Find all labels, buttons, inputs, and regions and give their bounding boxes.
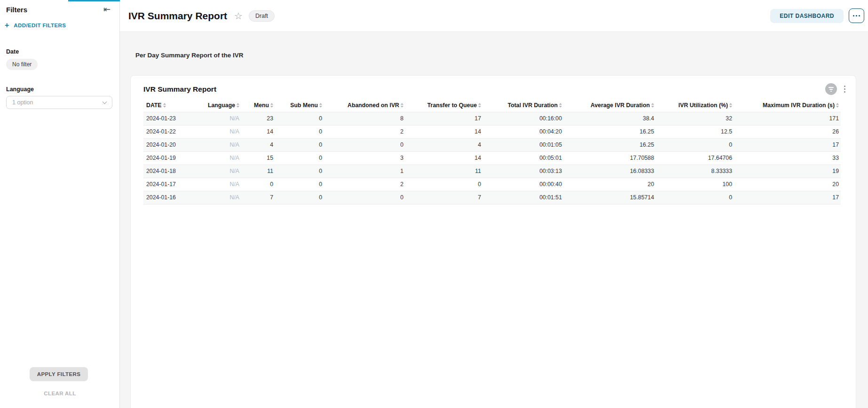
report-table: DATELanguageMenuSub MenuAbandoned on IVR… [143, 99, 841, 204]
cell: 00:03:13 [483, 165, 564, 178]
edit-dashboard-button[interactable]: EDIT DASHBOARD [770, 9, 844, 23]
sort-icon [401, 103, 403, 108]
cell: 11 [405, 165, 483, 178]
cell: 3 [324, 151, 405, 165]
column-header-sub-menu[interactable]: Sub Menu [275, 99, 324, 112]
cell: 00:01:51 [483, 191, 564, 204]
cell: 0 [324, 191, 405, 204]
cell: 19 [734, 165, 841, 178]
cell: 16.08333 [564, 165, 656, 178]
cell: 15.85714 [564, 191, 656, 204]
cell: 15 [241, 151, 275, 165]
sort-icon [478, 103, 481, 108]
cell: N/A [184, 191, 241, 204]
table-row: 2024-01-18N/A11011100:03:1316.083338.333… [143, 165, 841, 178]
column-header-menu[interactable]: Menu [241, 99, 275, 112]
status-badge: Draft [249, 10, 275, 22]
cell: 00:00:40 [483, 178, 564, 191]
column-header-label: Maximum IVR Duration (s) [763, 102, 835, 109]
add-edit-filters-button[interactable]: + ADD/EDIT FILTERS [5, 22, 66, 29]
language-select[interactable]: 1 option [6, 96, 112, 109]
cell: 00:05:01 [483, 151, 564, 165]
plus-icon: + [5, 22, 9, 29]
cell: 14 [405, 151, 483, 165]
column-header-maximum-ivr-duration-s[interactable]: Maximum IVR Duration (s) [734, 99, 841, 112]
dashboard-description: Per Day Summary Report of the IVR [135, 52, 244, 59]
column-header-abandoned-on-ivr[interactable]: Abandoned on IVR [324, 99, 405, 112]
sort-icon [163, 103, 166, 108]
sort-icon [237, 103, 239, 108]
cell: 12.5 [656, 125, 734, 138]
cell: 0 [324, 138, 405, 151]
cell: 0 [275, 191, 324, 204]
cell: 2 [324, 178, 405, 191]
column-header-label: Abandoned on IVR [347, 102, 399, 109]
cell: N/A [184, 165, 241, 178]
cell: 4 [241, 138, 275, 151]
cell: 0 [656, 191, 734, 204]
cell: 0 [241, 178, 275, 191]
cell: 17 [405, 112, 483, 125]
cell: 26 [734, 125, 841, 138]
column-header-average-ivr-duration[interactable]: Average IVR Duration [564, 99, 656, 112]
cell: 20 [734, 178, 841, 191]
cell: 100 [656, 178, 734, 191]
sort-icon [729, 103, 732, 108]
cell: 7 [241, 191, 275, 204]
filters-panel-title: Filters [6, 6, 27, 14]
favorite-star-icon[interactable]: ☆ [234, 11, 243, 21]
column-header-label: Total IVR Duration [508, 102, 558, 109]
cell: 17.64706 [656, 151, 734, 165]
column-header-transfer-to-queue[interactable]: Transfer to Queue [405, 99, 483, 112]
page-title: IVR Summary Report [128, 10, 227, 22]
accent-top-bar [68, 0, 120, 1]
cell: N/A [184, 178, 241, 191]
more-options-button[interactable] [849, 8, 864, 23]
cell: N/A [184, 151, 241, 165]
column-header-language[interactable]: Language [184, 99, 241, 112]
clear-all-button[interactable]: CLEAR ALL [0, 391, 120, 396]
cell-date: 2024-01-23 [143, 112, 184, 125]
cell: 0 [275, 178, 324, 191]
cell-date: 2024-01-16 [143, 191, 184, 204]
column-header-label: Language [208, 102, 235, 109]
cell-date: 2024-01-22 [143, 125, 184, 138]
apply-filters-button[interactable]: APPLY FILTERS [30, 367, 88, 381]
table-row: 2024-01-23N/A23081700:16:0038.432171 [143, 112, 841, 125]
cell: 0 [275, 112, 324, 125]
sort-icon [651, 103, 654, 108]
cell: 8.33333 [656, 165, 734, 178]
filters-sidebar: Filters ⇤ + ADD/EDIT FILTERS Date No fil… [0, 0, 120, 408]
cell: 00:16:00 [483, 112, 564, 125]
sort-icon [270, 103, 273, 108]
cell: 16.25 [564, 138, 656, 151]
chevron-down-icon [103, 99, 107, 104]
sort-icon [836, 103, 839, 108]
cell: 0 [275, 165, 324, 178]
column-header-ivr-utilization[interactable]: IVR Utilization (%) [656, 99, 734, 112]
table-row: 2024-01-19N/A15031400:05:0117.7058817.64… [143, 151, 841, 165]
table-row: 2024-01-20N/A400400:01:0516.25017 [143, 138, 841, 151]
column-header-label: Transfer to Queue [427, 102, 477, 109]
add-edit-filters-label: ADD/EDIT FILTERS [14, 23, 66, 28]
cell: 171 [734, 112, 841, 125]
table-row: 2024-01-16N/A700700:01:5115.85714017 [143, 191, 841, 204]
report-card-title: IVR Summary Report [143, 85, 216, 94]
table-filter-icon[interactable] [825, 83, 837, 95]
date-filter-chip[interactable]: No filter [6, 59, 38, 70]
cell: 38.4 [564, 112, 656, 125]
cell: 32 [656, 112, 734, 125]
collapse-sidebar-icon[interactable]: ⇤ [103, 5, 110, 14]
column-header-total-ivr-duration[interactable]: Total IVR Duration [483, 99, 564, 112]
cell: 0 [275, 151, 324, 165]
cell: 0 [275, 125, 324, 138]
cell: 0 [405, 178, 483, 191]
cell: 17.70588 [564, 151, 656, 165]
table-kebab-menu-icon[interactable] [843, 85, 847, 94]
language-filter-label: Language [6, 86, 34, 93]
column-header-date[interactable]: DATE [143, 99, 184, 112]
cell: 16.25 [564, 125, 656, 138]
column-header-label: IVR Utilization (%) [679, 102, 728, 109]
cell-date: 2024-01-20 [143, 138, 184, 151]
cell: N/A [184, 112, 241, 125]
